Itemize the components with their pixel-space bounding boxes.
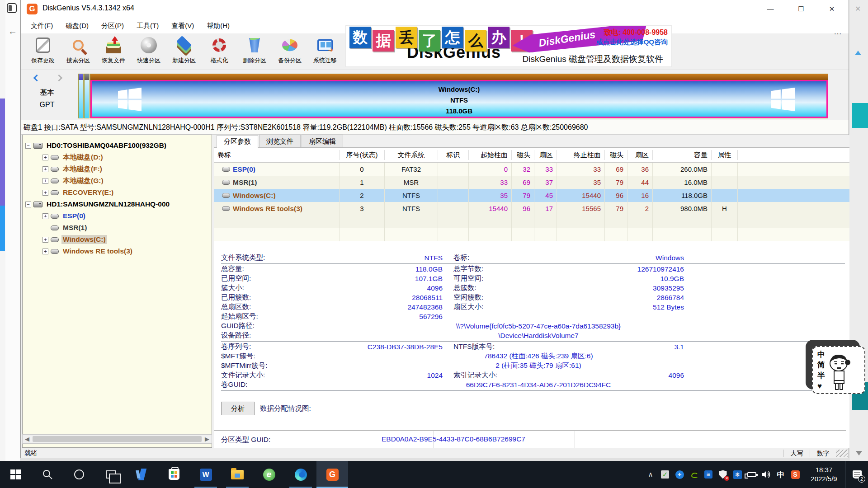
tree-item[interactable]: +Windows RE tools(3) <box>23 245 212 257</box>
partition-block-esp[interactable] <box>78 74 84 118</box>
partition-block-msr[interactable] <box>84 74 90 118</box>
table-row[interactable]: MSR(1)1MSR33693735794416.0MB <box>214 176 849 189</box>
divider <box>214 430 846 431</box>
tray-nvidia-icon[interactable] <box>687 461 701 488</box>
notification-center-button[interactable]: 2 <box>845 461 868 488</box>
tab-browse-files[interactable]: 浏览文件 <box>259 135 301 147</box>
scroll-left-icon[interactable]: ◀ <box>23 436 32 442</box>
scrollbar-thumb[interactable] <box>33 436 202 442</box>
menu-view[interactable]: 查看(V) <box>165 18 200 33</box>
column-header[interactable]: 序号(状态) <box>340 150 385 160</box>
tray-intel-icon[interactable]: in <box>701 461 716 488</box>
tray-chevron-icon[interactable]: ∧ <box>643 461 658 488</box>
pinned-app-flash-button[interactable] <box>127 461 158 488</box>
menu-partition[interactable]: 分区(P) <box>95 18 130 33</box>
ime-halfwidth-indicator[interactable]: 半 <box>817 371 825 381</box>
tree-item[interactable]: +Windows(C:) <box>23 234 212 245</box>
format-button[interactable]: 格式化 <box>202 33 237 69</box>
column-header[interactable]: 磁头 <box>512 150 534 160</box>
column-header[interactable]: 卷标 <box>214 150 340 160</box>
menu-file[interactable]: 文件(F) <box>24 18 59 33</box>
tree-item[interactable]: +本地磁盘(G:) <box>23 175 212 187</box>
menu-disk[interactable]: 磁盘(D) <box>59 18 95 33</box>
expand-toggle-icon[interactable]: + <box>42 166 48 172</box>
taskbar-clock[interactable]: 18:37 2022/5/9 <box>802 465 845 483</box>
column-header[interactable]: 容量 <box>653 150 712 160</box>
word-button[interactable]: W <box>190 461 222 488</box>
table-row[interactable]: ESP(0)0FAT3203233336936260.0MB <box>214 163 849 176</box>
tray-dingtalk-icon[interactable]: ✈ <box>672 461 687 488</box>
prev-disk-icon[interactable] <box>33 75 41 82</box>
save-changes-button[interactable]: 保存更改 <box>25 33 61 69</box>
tree-horizontal-scrollbar[interactable]: ◀ ▶ <box>22 434 212 444</box>
delete-partition-button[interactable]: 删除分区 <box>237 33 272 69</box>
quick-partition-button[interactable]: 快速分区 <box>131 33 166 69</box>
backup-partition-button[interactable]: 备份分区 <box>272 33 307 69</box>
expand-toggle-icon[interactable]: + <box>42 155 48 160</box>
tray-volume-icon[interactable] <box>759 461 774 488</box>
banner-qq-link[interactable]: 或点击此处选择QQ咨询 <box>596 38 668 47</box>
ime-simplified-indicator[interactable]: 简 <box>817 360 825 370</box>
minimize-button[interactable]: — <box>758 0 783 18</box>
column-header[interactable]: 扇区 <box>534 150 557 160</box>
expand-toggle-icon[interactable]: + <box>42 249 48 254</box>
start-button[interactable] <box>0 461 32 488</box>
tray-sogou-icon[interactable]: S <box>788 461 802 488</box>
tree-item[interactable]: +MSR(1) <box>23 222 212 234</box>
tree-item[interactable]: +RECOVERY(E:) <box>23 187 212 198</box>
tray-battery-icon[interactable] <box>745 461 759 488</box>
toolbar-overflow-icon[interactable]: … <box>834 27 843 37</box>
column-header[interactable]: 终止柱面 <box>557 150 605 160</box>
recover-files-button[interactable]: 恢复文件 <box>96 33 131 69</box>
column-header[interactable]: 文件系统 <box>385 150 438 160</box>
menu-help[interactable]: 帮助(H) <box>200 18 236 33</box>
new-partition-button[interactable]: 新建分区 <box>166 33 202 69</box>
ime-heart-icon[interactable]: ♥ <box>817 381 825 391</box>
menu-tools[interactable]: 工具(T) <box>130 18 165 33</box>
expand-toggle-icon[interactable]: + <box>42 213 48 219</box>
table-row[interactable]: Windows(C:)2NTFS357945154409616118.0GB <box>214 189 849 202</box>
analyze-button[interactable]: 分析 <box>221 402 255 415</box>
tree-item[interactable]: −HD1:SAMSUNGMZNLN128HAHQ-000 <box>23 198 212 210</box>
close-button[interactable]: ✕ <box>819 0 844 18</box>
expand-toggle-icon[interactable]: + <box>42 237 48 243</box>
diskgenius-taskbar-button[interactable]: G <box>316 461 348 488</box>
tray-snowflake-icon[interactable]: ❄ <box>730 461 745 488</box>
collapse-toggle-icon[interactable]: − <box>25 143 31 149</box>
internet-explorer-button[interactable]: e <box>253 461 285 488</box>
microsoft-store-button[interactable] <box>158 461 190 488</box>
column-header[interactable]: 标识 <box>438 150 469 160</box>
maximize-button[interactable]: ☐ <box>788 0 814 18</box>
tree-item[interactable]: −HD0:TOSHIBAMQ04ABF100(932GB) <box>23 140 212 151</box>
tree-item[interactable]: +本地磁盘(D:) <box>23 151 212 163</box>
tree-item[interactable]: +ESP(0) <box>23 210 212 222</box>
resize-grip[interactable] <box>836 450 848 457</box>
partition-block-windows-c[interactable]: Windows(C:) NTFS 118.0GB <box>90 74 828 118</box>
table-row[interactable]: Windows RE tools(3)3NTFS1544096171556579… <box>214 202 849 215</box>
ad-banner[interactable]: DiskGenius 数据丢了怎么办! DiskGenius 致电: 400-0… <box>345 25 672 67</box>
cortana-button[interactable] <box>63 461 95 488</box>
sogou-ime-widget[interactable]: 中 简 半 ♥ <box>812 346 865 394</box>
file-explorer-button[interactable] <box>222 461 253 488</box>
edge-button[interactable] <box>285 461 316 488</box>
tray-update-icon[interactable]: ✓ <box>658 461 672 488</box>
expand-toggle-icon[interactable]: + <box>42 178 48 184</box>
column-header[interactable]: 属性 <box>712 150 738 160</box>
task-view-button[interactable] <box>95 461 127 488</box>
column-header[interactable]: 起始柱面 <box>469 150 512 160</box>
expand-toggle-icon[interactable]: + <box>42 190 48 196</box>
column-header[interactable]: 磁头 <box>605 150 627 160</box>
scroll-right-icon[interactable]: ▶ <box>203 436 212 442</box>
collapse-toggle-icon[interactable]: − <box>25 202 31 207</box>
tray-ime-indicator[interactable]: 中 <box>774 461 788 488</box>
tab-sector-edit[interactable]: 扇区编辑 <box>302 135 343 147</box>
tray-defender-icon[interactable]: ✕ <box>716 461 730 488</box>
search-partition-button[interactable]: 搜索分区 <box>61 33 96 69</box>
system-migrate-button[interactable]: 系统迁移 <box>307 33 343 69</box>
ime-cn-indicator[interactable]: 中 <box>817 350 825 360</box>
tree-item[interactable]: +本地磁盘(F:) <box>23 163 212 175</box>
column-header[interactable]: 扇区 <box>627 150 653 160</box>
tab-partition-params[interactable]: 分区参数 <box>217 135 258 148</box>
taskbar-search-button[interactable] <box>32 461 63 488</box>
next-disk-icon[interactable] <box>56 75 63 82</box>
